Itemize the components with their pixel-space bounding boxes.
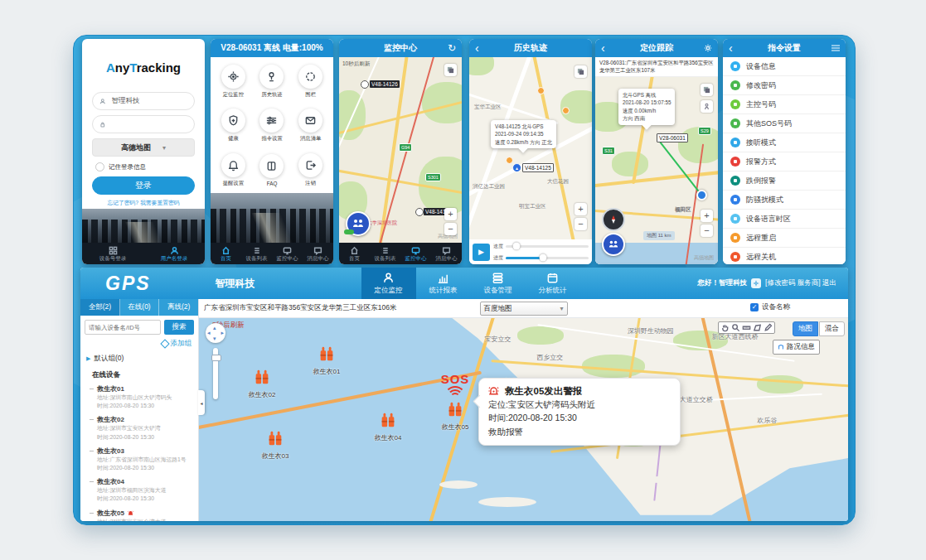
menu-item-faq[interactable]: FAQ bbox=[253, 148, 292, 192]
menu-item-messages[interactable]: 消息清单 bbox=[291, 104, 330, 147]
polygon-tool-icon[interactable] bbox=[753, 323, 762, 332]
nav-device-list[interactable]: 设备列表 bbox=[370, 243, 400, 264]
command-row[interactable]: 接听模式 bbox=[723, 133, 846, 152]
device-list-item[interactable]: 救生衣04 地址:深圳市福田区滨海大道 时间:2020-08-20 15:30 bbox=[80, 475, 198, 505]
command-row[interactable]: 报警方式 bbox=[723, 152, 846, 171]
command-row[interactable]: 防骚扰模式 bbox=[723, 191, 846, 210]
command-row[interactable]: 修改密码 bbox=[723, 76, 846, 95]
menu-item-history[interactable]: 历史轨迹 bbox=[253, 60, 292, 104]
username-field[interactable] bbox=[92, 92, 195, 110]
nav-home[interactable]: 首页 bbox=[339, 243, 370, 264]
device-list-item-alarm[interactable]: 救生衣05 地址:深圳市宝安区金湾大道 时间:2020-08-20 15:30 bbox=[80, 506, 198, 522]
pan-rose[interactable]: ▴▾ ◂▸ bbox=[206, 323, 225, 343]
nav-statistics-report[interactable]: 统计报表 bbox=[416, 268, 471, 299]
command-row[interactable]: 远程关机 bbox=[723, 248, 846, 264]
command-row[interactable]: 跌倒报警 bbox=[723, 171, 846, 191]
command-row[interactable]: 主控号码 bbox=[723, 95, 846, 114]
nav-home[interactable]: 首页 bbox=[211, 243, 241, 264]
command-row[interactable]: 设备信息 bbox=[723, 57, 846, 76]
zoom-in-button[interactable]: + bbox=[444, 208, 457, 220]
back-icon[interactable]: ‹ bbox=[601, 39, 605, 57]
device-marker[interactable] bbox=[415, 208, 424, 216]
layers-button[interactable] bbox=[444, 64, 457, 76]
menu-item-commands[interactable]: 指令设置 bbox=[253, 104, 292, 147]
device-list-item[interactable]: 救生衣01 地址:深圳市南山区大铲湾码头 时间:2020-08-20 15:30 bbox=[80, 382, 198, 413]
back-icon[interactable]: ‹ bbox=[729, 39, 733, 57]
layers-button[interactable] bbox=[701, 84, 713, 96]
menu-item-logout[interactable]: 注销 bbox=[291, 148, 330, 192]
remember-row[interactable]: 记住登录信息 bbox=[95, 162, 146, 171]
password-field[interactable] bbox=[92, 115, 195, 133]
nav-message-center[interactable]: 消息中心 bbox=[303, 243, 333, 264]
ruler-icon[interactable] bbox=[742, 323, 751, 332]
marker-lifevest-04[interactable]: 救生衣04 bbox=[368, 411, 408, 442]
checkbox-checked-icon[interactable]: ✓ bbox=[750, 303, 759, 311]
zoom-in-button[interactable]: + bbox=[575, 203, 587, 215]
play-button[interactable]: ▶ bbox=[473, 244, 490, 261]
compass-icon[interactable] bbox=[602, 208, 625, 231]
current-position-dot[interactable] bbox=[696, 190, 707, 200]
zoom-in-button[interactable]: + bbox=[701, 210, 713, 222]
command-row[interactable]: 其他SOS号码 bbox=[723, 114, 846, 133]
cluster-people-icon[interactable] bbox=[346, 211, 371, 236]
password-input[interactable] bbox=[110, 119, 187, 129]
map-provider-select[interactable]: 高德地图 ▾ bbox=[92, 138, 195, 157]
zoom-out-button[interactable]: − bbox=[701, 224, 713, 237]
nav-monitor-center[interactable]: 监控中心 bbox=[400, 243, 431, 264]
speed-slider[interactable] bbox=[506, 245, 589, 248]
layers-button[interactable] bbox=[575, 65, 587, 78]
track-point-marker[interactable]: ▲ bbox=[512, 163, 521, 172]
pan-hand-icon[interactable] bbox=[720, 323, 730, 332]
history-map[interactable]: V48-14125 北斗GPS 2021-09-24 09:14:35 速度 0… bbox=[469, 57, 592, 239]
username-input[interactable] bbox=[110, 96, 187, 106]
zoom-slider[interactable] bbox=[213, 348, 218, 399]
tab-offline-devices[interactable]: 离线(2) bbox=[159, 299, 198, 316]
device-list-item[interactable]: 救生衣02 地址:深圳市宝安区大铲湾 时间:2020-08-20 15:30 bbox=[80, 413, 198, 443]
menu-item-fence[interactable]: 围栏 bbox=[291, 60, 330, 104]
tab-online-devices[interactable]: 在线(0) bbox=[120, 299, 160, 316]
login-button[interactable]: 登录 bbox=[92, 176, 195, 195]
command-row[interactable]: 远程重启 bbox=[723, 229, 846, 248]
basemap-select[interactable]: 百度地图 ▾ bbox=[480, 302, 568, 316]
zoom-tool-icon[interactable] bbox=[731, 323, 740, 332]
sidebar-collapse-handle[interactable]: ◂ bbox=[198, 390, 205, 415]
zoom-out-button[interactable]: − bbox=[575, 218, 587, 230]
gear-icon[interactable] bbox=[704, 39, 712, 57]
main-map[interactable]: 宝安立交 西乡立交 创业立交桥 南头立交 深圳野生动物园 新区大道西线桥 北环大… bbox=[199, 318, 848, 521]
map-type-button[interactable]: 地图 bbox=[793, 321, 818, 336]
nav-analysis-statistics[interactable]: 分析统计 bbox=[526, 268, 580, 299]
user-actions[interactable]: [修改密码 服务商] 退出 bbox=[765, 278, 836, 288]
menu-item-locate[interactable]: 定位监控 bbox=[214, 60, 253, 104]
gear-icon[interactable] bbox=[751, 278, 761, 288]
nav-device-list[interactable]: 设备列表 bbox=[241, 243, 272, 264]
device-search-input[interactable] bbox=[85, 320, 161, 335]
marker-lifevest-01[interactable]: 救生衣01 bbox=[307, 345, 347, 376]
menu-lines-icon[interactable] bbox=[831, 39, 840, 57]
command-row[interactable]: 设备语言时区 bbox=[723, 210, 846, 229]
nav-device-login[interactable]: 设备号登录 bbox=[82, 243, 143, 264]
search-button[interactable]: 搜索 bbox=[164, 320, 194, 335]
progress-slider[interactable] bbox=[506, 257, 589, 259]
tracking-map[interactable]: S31 S29 北斗GPS 离线 2021-08-20 15:07:55 速度 … bbox=[595, 77, 718, 264]
map-pan-zoom-control[interactable]: ▴▾ ◂▸ bbox=[206, 323, 225, 399]
nav-locate-monitor[interactable]: 定位监控 bbox=[361, 268, 416, 299]
hybrid-type-button[interactable]: 混合 bbox=[819, 321, 845, 336]
default-group-row[interactable]: ▶ 默认组(0) bbox=[80, 350, 198, 367]
device-name-checkbox-row[interactable]: ✓ 设备名称 bbox=[750, 302, 790, 312]
menu-item-health[interactable]: 健康 bbox=[214, 104, 253, 147]
forgot-password-link[interactable]: 忘记了密码? 我需要重置密码 bbox=[82, 199, 205, 207]
nav-device-management[interactable]: 设备管理 bbox=[471, 268, 526, 299]
streetview-button[interactable] bbox=[701, 100, 713, 113]
back-icon[interactable]: ‹ bbox=[475, 39, 479, 57]
tab-all-devices[interactable]: 全部(2) bbox=[80, 299, 120, 316]
menu-item-reminder[interactable]: 提醒设置 bbox=[214, 148, 253, 192]
pencil-icon[interactable] bbox=[764, 323, 773, 332]
traffic-info-button[interactable]: 路况信息 bbox=[773, 340, 820, 355]
nav-user-login[interactable]: 用户名登录 bbox=[143, 243, 205, 264]
device-marker[interactable] bbox=[361, 80, 369, 89]
refresh-icon[interactable]: ↻ bbox=[448, 39, 456, 57]
monitor-map[interactable]: 10秒后刷新 V48-14126 G94 S301 北京大学深圳医院 V48-1… bbox=[339, 57, 462, 243]
nav-monitor-center[interactable]: 监控中心 bbox=[272, 243, 303, 264]
zoom-out-button[interactable]: − bbox=[444, 223, 457, 235]
device-list-item[interactable]: 救生衣03 地址:广东省深圳市南山区海运路1号 时间:2020-08-20 15… bbox=[80, 444, 198, 475]
